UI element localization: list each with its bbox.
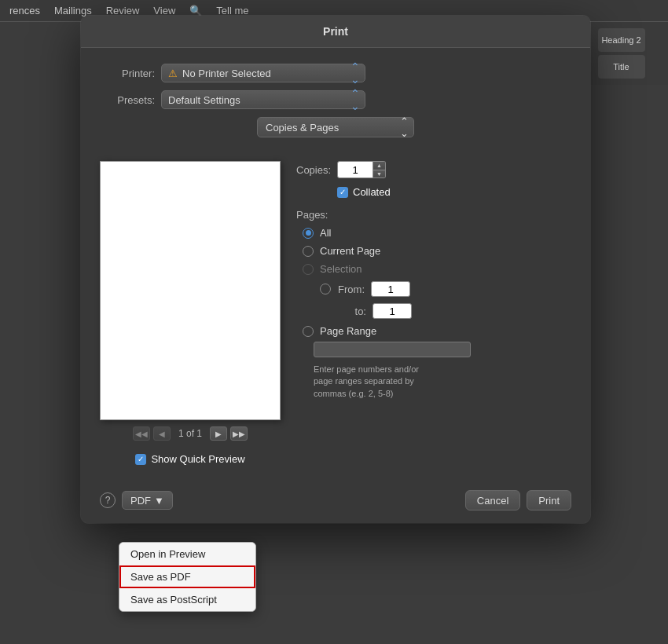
footer-right: Cancel Print [465,490,571,510]
radio-selection-label: Selection [320,263,362,275]
presets-select[interactable]: Default Settings ⌃⌄ [161,90,365,109]
radio-all[interactable] [303,228,314,239]
to-label: to: [339,306,366,317]
radio-current-row: Current Page [303,245,571,257]
nav-next-button[interactable]: ▶ [210,426,227,441]
radio-all-label: All [320,227,331,239]
radio-from[interactable] [320,284,331,295]
stepper-down[interactable]: ▼ [373,170,385,178]
copies-row: Copies: 1 ▲ ▼ [296,161,571,178]
dialog-footer: ? PDF ▼ Open in Preview Save as PDF Save… [81,481,590,523]
section-select[interactable]: Copies & Pages ⌃⌄ [257,117,414,137]
quick-preview-label: Show Quick Preview [151,453,244,465]
nav-prev-button[interactable]: ◀ [153,426,171,441]
pdf-menu-save-postscript[interactable]: Save as PostScript [119,588,255,611]
copies-input[interactable]: 1 [337,161,373,178]
copies-label: Copies: [296,164,331,176]
pages-section: Pages: All Current Page [296,209,571,400]
printer-chevron: ⌃⌄ [351,60,360,86]
radio-page-range[interactable] [303,326,314,337]
page-range-input[interactable] [314,342,471,357]
copies-stepper[interactable]: ▲ ▼ [373,161,386,178]
radio-selection-row: Selection [303,263,571,275]
from-input[interactable] [371,281,410,297]
presets-label: Presets: [100,94,155,106]
presets-value: Default Settings [168,94,347,106]
pdf-menu-save-pdf[interactable]: Save as PDF [119,565,255,588]
collated-label: Collated [353,186,391,198]
print-button[interactable]: Print [527,490,571,510]
copies-input-container: 1 ▲ ▼ [337,161,386,178]
pdf-dropdown-menu: Open in Preview Save as PDF Save as Post… [119,542,256,612]
radio-selection[interactable] [303,264,314,275]
section-chevron: ⌃⌄ [400,115,409,139]
print-dialog: Print Printer: ⚠ No Printer Selected ⌃⌄ … [81,16,590,523]
help-button[interactable]: ? [100,492,116,508]
presets-row: Presets: Default Settings ⌃⌄ [100,90,571,109]
preview-nav: ◀◀ ◀ 1 of 1 ▶ ▶▶ [133,426,248,441]
pdf-button[interactable]: PDF ▼ [122,491,173,510]
printer-value: No Printer Selected [182,68,347,79]
pdf-chevron: ▼ [154,495,164,507]
radio-page-range-label: Page Range [320,325,376,337]
section-value: Copies & Pages [266,122,339,134]
presets-chevron: ⌃⌄ [351,87,360,112]
page-preview [100,161,281,420]
radio-all-row: All [303,227,571,239]
dialog-title: Print [323,25,348,38]
printer-select[interactable]: ⚠ No Printer Selected ⌃⌄ [161,64,365,82]
nav-first-button[interactable]: ◀◀ [133,426,150,441]
to-row: to: [339,303,571,319]
dialog-overlay: Print Printer: ⚠ No Printer Selected ⌃⌄ … [0,0,668,644]
print-options: Copies: 1 ▲ ▼ ✓ Collated [296,161,571,465]
quick-preview-row: ✓ Show Quick Preview [135,453,244,465]
dialog-body: Printer: ⚠ No Printer Selected ⌃⌄ Preset… [81,48,590,481]
collated-row: ✓ Collated [337,186,571,198]
nav-last-button[interactable]: ▶▶ [230,426,248,441]
page-range-hint: Enter page numbers and/orpage ranges sep… [314,364,571,400]
pdf-menu-open-preview[interactable]: Open in Preview [119,543,255,565]
quick-preview-checkbox[interactable]: ✓ [135,454,146,465]
collated-checkbox[interactable]: ✓ [337,187,348,198]
printer-label: Printer: [100,68,155,79]
radio-current-page-label: Current Page [320,245,380,257]
main-content: ◀◀ ◀ 1 of 1 ▶ ▶▶ ✓ Show Quick Preview [100,161,571,465]
from-row: From: [320,281,571,297]
pages-label: Pages: [296,209,571,221]
stepper-up[interactable]: ▲ [373,162,385,170]
warning-icon: ⚠ [168,68,178,79]
pdf-label: PDF [130,495,151,507]
from-label: From: [337,284,365,295]
radio-page-range-row: Page Range [303,325,571,337]
dialog-titlebar: Print [81,16,590,48]
radio-current-page[interactable] [303,246,314,257]
to-input[interactable] [373,303,412,319]
page-count: 1 of 1 [178,428,202,439]
printer-row: Printer: ⚠ No Printer Selected ⌃⌄ [100,64,571,82]
page-preview-area: ◀◀ ◀ 1 of 1 ▶ ▶▶ ✓ Show Quick Preview [100,161,281,465]
cancel-button[interactable]: Cancel [465,490,520,510]
